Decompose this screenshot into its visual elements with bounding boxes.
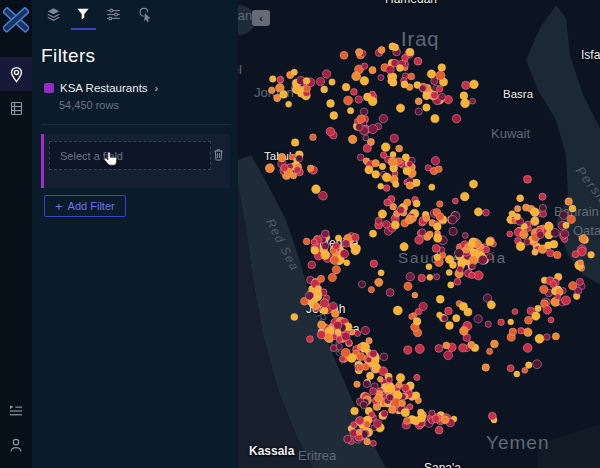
sliders-icon [105, 6, 122, 27]
app-window: Filters KSA Restaurants › 54,450 rows Se… [0, 0, 600, 468]
delete-filter-button[interactable] [210, 147, 226, 163]
person-icon [7, 436, 25, 454]
panel-tabs [33, 0, 238, 32]
tab-filters[interactable] [74, 7, 92, 25]
x-logo-icon [3, 7, 29, 33]
field-select-placeholder: Select a field [50, 150, 123, 162]
map-pin-icon [7, 65, 26, 84]
left-rail [0, 0, 33, 468]
corner-land-shape [538, 424, 600, 468]
rail-item-map[interactable] [0, 57, 32, 91]
dataset-color-swatch[interactable] [44, 83, 54, 93]
basemap-shapes [238, 0, 600, 468]
dataset-toggle[interactable]: KSA Restaurants › [44, 82, 238, 94]
tab-interactions[interactable] [104, 7, 122, 25]
persian-gulf-shape [526, 5, 600, 285]
trash-icon [211, 150, 226, 165]
plus-icon: + [55, 200, 63, 213]
side-panel: Filters KSA Restaurants › 54,450 rows Se… [33, 0, 238, 468]
dataset-row: KSA Restaurants › 54,450 rows [44, 82, 238, 111]
dataset-row-count: 54,450 rows [59, 99, 238, 111]
rail-item-data[interactable] [0, 91, 32, 125]
rail-item-account[interactable] [0, 428, 32, 462]
add-filter-label: Add Filter [68, 200, 115, 212]
add-filter-button[interactable]: + Add Filter [44, 195, 126, 217]
panel-divider [41, 124, 230, 125]
tab-layers[interactable] [44, 7, 62, 25]
filter-card: Select a field [41, 134, 230, 188]
list-play-icon [7, 402, 25, 420]
cursor-circle-icon [137, 5, 155, 27]
chevron-left-icon: ‹ [259, 12, 263, 24]
map-view[interactable]: HamedanLebanonIraqIsfahanIsraelJordanBas… [238, 0, 600, 468]
funnel-icon [75, 6, 91, 26]
tab-basemap[interactable] [137, 7, 155, 25]
collapse-panel-button[interactable]: ‹ [252, 10, 270, 26]
panel-title: Filters [41, 45, 238, 67]
app-logo[interactable] [0, 3, 32, 37]
database-icon [8, 99, 25, 118]
rail-item-activity-log[interactable] [0, 394, 32, 428]
active-tab-underline [71, 28, 96, 30]
chevron-right-icon: › [155, 82, 159, 94]
layers-icon [45, 6, 62, 27]
dataset-name: KSA Restaurants [60, 82, 148, 94]
field-select-input[interactable]: Select a field [49, 141, 211, 170]
